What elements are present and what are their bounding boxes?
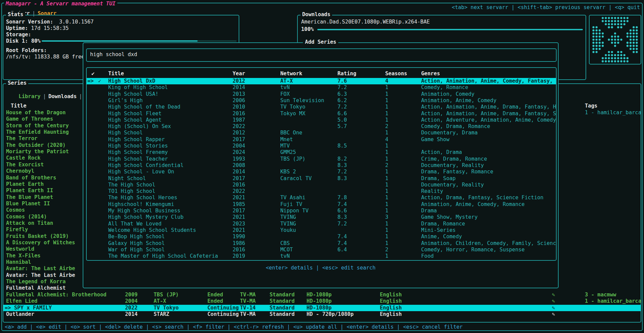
result-rating: 8.3 [337,214,347,220]
result-title: The Master of High School Cafeteria [108,253,218,259]
result-network: TV Asahi [280,195,306,201]
series-title: Cosmos [6,207,25,213]
add-series-result-row[interactable]: High School Rapper 2017 Mnet 4 Game Show [87,136,556,143]
result-title: High School - Love On [108,169,174,175]
bottom-keybind-help: <a> add | <e> edit | <o> sort | <del> de… [5,324,462,330]
result-seasons: 1 [385,208,388,214]
add-series-result-row[interactable]: King of High School 2014 tvN 7.2 1 Comed… [87,84,556,91]
result-title: The High School [108,182,155,188]
series-row[interactable]: Outlander 2014 STARZ Continuing TV-MA St… [3,311,641,318]
series-title: SPY x FAMILY [14,305,52,311]
add-series-result-row[interactable]: The High School 2016 1 Documentary, Real… [87,182,556,188]
add-series-search-box [86,48,557,62]
root-folders-label: Root Folders: [6,47,47,53]
add-series-result-row[interactable]: High School of the Dead 2010 TV Tokyo 7.… [87,104,556,110]
add-series-result-row[interactable]: The Master of High School Cafeteria 2019… [87,253,556,259]
result-genres: Reality [421,188,443,195]
series-quality-profile: HD - 720p/1080p [307,311,354,318]
result-title: Be-Bop High School [108,234,165,240]
add-series-result-row[interactable]: High School Agent 1987 5.0 1 Action, Adv… [87,117,556,123]
result-rating: 7.6 [337,78,347,84]
add-series-result-row[interactable]: => ✓ High School DxD 2012 AT-X 7.6 4 Act… [87,78,556,84]
add-series-result-row[interactable]: High School Fleet 2016 Tokyo MX 6.6 1 Ac… [87,111,556,117]
result-year: 2016 [233,247,245,253]
result-title: High School Fleet [108,111,162,117]
result-genres: Action, Adventure, Animation, Anime, Com… [421,117,556,123]
result-seasons: 1 [385,111,388,117]
result-title: Galaxy High School [108,240,165,247]
series-row[interactable]: Fullmetal Alchemist: Brotherhood 2009 TB… [3,292,641,298]
result-title: King of High School [108,84,168,91]
series-title: Attack on Titan [6,220,53,226]
result-year: 2016 [233,182,245,188]
add-series-result-row[interactable]: War of High School 2016 MCOT 6.4 2 Comed… [87,247,556,253]
download-progress-label: 100% [301,26,314,32]
add-series-result-row[interactable]: Girl's High 2006 Sun Television 6.2 1 An… [87,97,556,104]
add-series-result-row[interactable]: Highschool! Kimengumi 1985 Fuji TV 7.4 1… [87,201,556,208]
downloads-panel-title: Downloads [300,11,332,17]
series-title: Avatar: The Last Airbe [6,265,75,272]
series-tab-library[interactable]: Library [18,93,40,99]
result-rating: 6.4 [337,247,347,253]
result-network: TVING [280,221,296,227]
add-series-result-row[interactable]: High School USA! 2013 FOX 6.3 1 Animatio… [87,91,556,97]
add-series-result-row[interactable]: High School - Love On 2014 KBS 2 7.2 1 D… [87,169,556,175]
add-series-result-row[interactable]: High School Frenemy 2024 GMM25 1 Action,… [87,149,556,156]
series-tab-downloads[interactable]: Downloads [48,93,77,99]
series-certification: TV-MA [240,298,256,304]
result-rating: 5.7 [337,123,347,130]
series-title: Fullmetal Alchemist [6,285,66,291]
series-title: Chernobyl [6,168,34,174]
add-series-result-row[interactable]: Galaxy High School 1986 CBS 7.4 1 Animat… [87,240,556,247]
add-series-result-row[interactable]: Night School 2017 Caracol TV 8.3 1 Drama… [87,175,556,182]
add-series-result-row[interactable]: High School Mystery Club 2021 TVING 8.3 … [87,214,556,220]
result-genres: Drama, Romance [421,221,465,227]
add-series-search-input[interactable] [90,51,551,57]
result-genres: Action, Animation, Anime, Drama, Fantasy… [421,104,556,110]
series-certification: TV-MA [240,292,256,298]
result-seasons: 4 [385,78,388,84]
add-series-result-row[interactable]: High School 2012 BBC One 1 Documentary, … [87,130,556,136]
add-series-result-row[interactable]: My High School Business 2017 Nippon TV 6… [87,208,556,214]
selection-arrow: => [87,78,94,84]
result-rating: 5.0 [337,117,347,123]
result-title: High School USA! [108,91,158,97]
network-column-header: Network [280,71,302,77]
result-genres: Drama, Soap [421,175,456,182]
add-series-result-row[interactable]: The High School Heroes 2021 TV Asahi 7.8… [87,195,556,201]
result-seasons: 2 [385,123,388,130]
disk-usage-label: Disk 1: 80% [6,38,41,44]
result-year: 2023 [233,221,245,227]
result-seasons: 2 [385,247,388,253]
result-seasons: 1 [385,201,388,208]
add-series-result-row[interactable]: High School Stories 2004 MTV 8.5 1 [87,143,556,149]
add-series-result-row[interactable]: High (School) On Sex 2022 5.7 2 Comedy, … [87,123,556,130]
result-year: 2014 [233,169,245,175]
result-seasons: 1 [385,234,388,240]
add-series-result-row[interactable]: All That We Loved 2023 TVING 7.2 1 Drama… [87,221,556,227]
result-seasons: 1 [385,156,388,162]
add-series-result-row[interactable]: Be-Bop High School 1990 7.4 1 Anime, Com… [87,234,556,240]
add-series-result-row[interactable]: High School Teacher 1993 TBS (JP) 8.2 1 … [87,156,556,162]
result-title: Night School [108,175,146,182]
genres-column-header: Genres [421,71,440,77]
result-network: GMM25 [280,149,296,156]
add-series-keybind-help: <enter> details | <esc> edit search [83,265,558,271]
series-row[interactable]: => SPY x FAMILY 2022 TV Tokyo Continuing… [3,305,641,311]
result-rating: 8.5 [337,143,347,149]
year-column-header: Year [233,71,245,77]
result-seasons: 1 [385,182,388,188]
add-series-result-row[interactable]: High School Confidential 2008 8.3 2 Docu… [87,162,556,169]
result-title: High School DxD [108,78,155,84]
result-title: TO1 High School [108,188,155,195]
result-year: 1993 [233,156,245,162]
series-quality-profile: HD-1080p [307,305,332,311]
series-title: Moriarty the Patriot [6,149,69,155]
result-seasons: 1 [385,240,388,247]
series-row[interactable]: Elfen Lied 2004 AT-X Ended TV-MA Standar… [3,298,641,304]
add-series-result-row[interactable]: TO1 High School 2022 1 Reality [87,188,556,195]
add-series-result-row[interactable]: Welcome High School Students 2021 Youku … [87,227,556,234]
series-quality-profile: HD-1080p [307,298,332,304]
result-seasons: 1 [385,91,388,97]
series-title: Band of Brothers [6,175,56,181]
